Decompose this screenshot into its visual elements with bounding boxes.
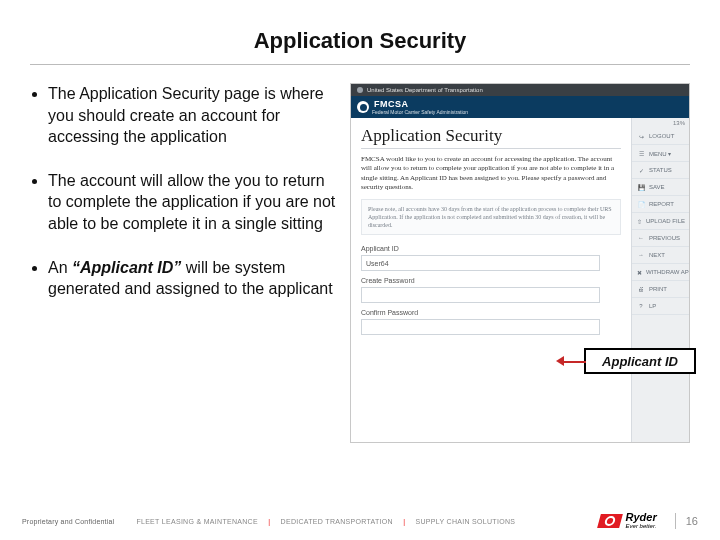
service-3: SUPPLY CHAIN SOLUTIONS: [416, 518, 516, 525]
screenshot-column: United States Department of Transportati…: [350, 83, 690, 443]
applicant-id-callout: Applicant ID: [584, 348, 696, 374]
zoom-level: 13%: [632, 118, 689, 128]
applicant-id-input[interactable]: [361, 255, 600, 271]
logout-icon: ↪: [637, 132, 645, 140]
sidebar-item-previous[interactable]: ←PREVIOUS: [632, 230, 689, 247]
sidebar-label: NEXT: [649, 252, 665, 258]
sidebar-item-report[interactable]: 📄REPORT: [632, 196, 689, 213]
confidential-label: Proprietary and Confidential: [22, 518, 114, 525]
applicant-id-label: Applicant ID: [361, 245, 621, 252]
brand-tagline: Ever better.: [626, 523, 657, 529]
title-divider: [30, 64, 690, 65]
page-heading: Application Security: [361, 126, 621, 146]
fmcsa-acronym: FMCSA: [374, 99, 468, 109]
slide: Application Security The Application Sec…: [0, 0, 720, 540]
sidebar-label: LOGOUT: [649, 133, 674, 139]
create-password-label: Create Password: [361, 277, 621, 284]
bullet-text: An: [48, 259, 72, 276]
callout-label: Applicant ID: [602, 354, 678, 369]
service-1: FLEET LEASING & MAINTENANCE: [136, 518, 258, 525]
next-icon: →: [637, 251, 645, 259]
bullet-list: The Application Security page is where y…: [30, 83, 336, 300]
sidebar-item-help[interactable]: ?LP: [632, 298, 689, 315]
sidebar-item-save[interactable]: 💾SAVE: [632, 179, 689, 196]
browser-seal-icon: [357, 87, 363, 93]
heading-divider: [361, 148, 621, 149]
note-box: Please note, all accounts have 30 days f…: [361, 199, 621, 235]
sidebar-item-status[interactable]: ✓STATUS: [632, 162, 689, 179]
sidebar-item-upload[interactable]: ⇧UPLOAD FILE: [632, 213, 689, 230]
confirm-password-label: Confirm Password: [361, 309, 621, 316]
bullet-item: The Application Security page is where y…: [48, 83, 336, 148]
sidebar-item-next[interactable]: →NEXT: [632, 247, 689, 264]
previous-icon: ←: [637, 234, 645, 242]
sidebar-label: REPORT: [649, 201, 674, 207]
sidebar-label: WITHDRAW APP: [646, 269, 690, 275]
brand-name: Ryder: [626, 513, 657, 522]
status-icon: ✓: [637, 166, 645, 174]
fmcsa-header: FMCSA Federal Motor Carrier Safety Admin…: [351, 96, 689, 118]
sidebar-label: PREVIOUS: [649, 235, 680, 241]
page-number: 16: [686, 515, 698, 527]
print-icon: 🖨: [637, 285, 645, 293]
sidebar-label: SAVE: [649, 184, 665, 190]
screenshot-sidebar: 13% ↪LOGOUT ☰MENU ▾ ✓STATUS 💾SAVE 📄REPOR…: [631, 118, 689, 442]
slide-footer: Proprietary and Confidential FLEET LEASI…: [0, 510, 720, 532]
fmcsa-subtitle: Federal Motor Carrier Safety Administrat…: [372, 109, 468, 115]
slide-body: The Application Security page is where y…: [30, 83, 690, 443]
bullet-item: The account will allow the you to return…: [48, 170, 336, 235]
save-icon: 💾: [637, 183, 645, 191]
screenshot-main: Application Security FMCSA would like to…: [351, 118, 631, 442]
report-icon: 📄: [637, 200, 645, 208]
confirm-password-input[interactable]: [361, 319, 600, 335]
create-password-input[interactable]: [361, 287, 600, 303]
service-2: DEDICATED TRANSPORTATION: [281, 518, 393, 525]
separator-icon: |: [403, 518, 405, 525]
fmcsa-logo-icon: [357, 101, 369, 113]
sidebar-item-logout[interactable]: ↪LOGOUT: [632, 128, 689, 145]
sidebar-item-menu[interactable]: ☰MENU ▾: [632, 145, 689, 162]
sidebar-item-withdraw[interactable]: ✖WITHDRAW APP: [632, 264, 689, 281]
separator-icon: |: [268, 518, 270, 525]
sidebar-label: UPLOAD FILE: [646, 218, 685, 224]
bullet-emphasis: “Applicant ID”: [72, 259, 181, 276]
sidebar-label: LP: [649, 303, 656, 309]
ryder-brand: Ryder Ever better.: [599, 513, 657, 528]
menu-icon: ☰: [637, 149, 645, 157]
sidebar-label: PRINT: [649, 286, 667, 292]
upload-icon: ⇧: [637, 217, 642, 225]
sidebar-label: MENU ▾: [649, 150, 671, 157]
page-divider: [675, 513, 676, 529]
sidebar-item-print[interactable]: 🖨PRINT: [632, 281, 689, 298]
help-icon: ?: [637, 302, 645, 310]
services-line: FLEET LEASING & MAINTENANCE | DEDICATED …: [136, 518, 598, 525]
fmcsa-title-block: FMCSA Federal Motor Carrier Safety Admin…: [374, 99, 468, 115]
bullet-item: An “Applicant ID” will be system generat…: [48, 257, 336, 300]
browser-chrome-bar: United States Department of Transportati…: [351, 84, 689, 96]
intro-paragraph: FMCSA would like to you to create an acc…: [361, 155, 621, 193]
sidebar-label: STATUS: [649, 167, 672, 173]
embedded-screenshot: United States Department of Transportati…: [350, 83, 690, 443]
slide-title: Application Security: [30, 28, 690, 54]
screenshot-content: Application Security FMCSA would like to…: [351, 118, 689, 442]
ryder-text-block: Ryder Ever better.: [626, 513, 657, 528]
browser-title: United States Department of Transportati…: [367, 87, 483, 93]
text-column: The Application Security page is where y…: [30, 83, 336, 443]
ryder-logo-icon: [597, 514, 623, 528]
withdraw-icon: ✖: [637, 268, 642, 276]
